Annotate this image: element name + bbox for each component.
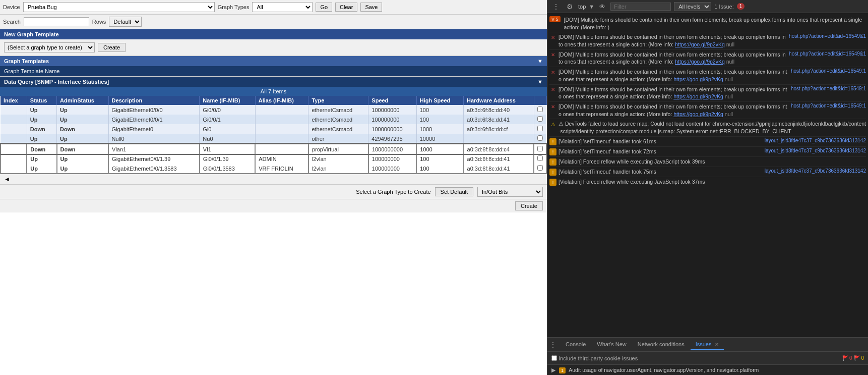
- row-checkbox[interactable]: [537, 106, 543, 112]
- final-create-button[interactable]: Create: [515, 201, 543, 210]
- msg-source[interactable]: host.php?action=edit&id=16549&1: [789, 33, 866, 39]
- cell-checkbox[interactable]: [534, 164, 546, 174]
- row-checkbox[interactable]: [537, 146, 543, 151]
- audit-badge: 1: [559, 367, 566, 373]
- create-graph-button[interactable]: Create: [98, 43, 126, 52]
- third-party-cookie-checkbox[interactable]: [551, 355, 557, 361]
- device-select[interactable]: Prueba Bug: [23, 2, 215, 12]
- cell-description: GigabitEthernet0/0/1.3583: [108, 164, 200, 174]
- cell-checkbox[interactable]: [534, 134, 546, 144]
- msg-link[interactable]: https://goo.gl/9p2vKq: [675, 41, 725, 47]
- msg-source[interactable]: layout_jsld3fde47c37_c9bc7363636fd313142: [765, 138, 866, 143]
- cell-alias: [255, 124, 308, 134]
- devtools-tabs-menu[interactable]: ⋮: [549, 341, 556, 349]
- search-input[interactable]: [24, 17, 89, 26]
- save-button[interactable]: Save: [360, 3, 382, 12]
- left-arrow-icon[interactable]: ◄: [4, 176, 10, 183]
- search-row: Search Rows Default: [0, 15, 547, 29]
- bottom-create-row: Select a Graph Type to Create Set Defaul…: [0, 184, 547, 199]
- cell-checkbox[interactable]: [534, 144, 546, 154]
- devtools-menu-btn[interactable]: ⋮: [550, 2, 562, 12]
- graph-types-select[interactable]: All: [252, 2, 313, 12]
- row-checkbox[interactable]: [537, 126, 543, 131]
- cell-speed: 100000000: [368, 115, 416, 124]
- msg-source[interactable]: host.php?action=edit&id=16549:1: [791, 68, 866, 74]
- col-high-speed: High Speed: [416, 96, 463, 105]
- tab-issues[interactable]: Issues ✕: [691, 339, 724, 350]
- issues-count-badge: 1 Issue:: [714, 4, 734, 10]
- msg-null: null: [725, 93, 733, 99]
- msg-link[interactable]: https://goo.gl/9p2vKq: [673, 111, 723, 117]
- msg-source[interactable]: host.php?action=edit&id=16549:1: [791, 86, 866, 91]
- graph-type-create-select[interactable]: In/Out Bits: [477, 187, 543, 197]
- table-header-row: Index Status AdminStatus Description Nam…: [1, 96, 546, 105]
- cell-speed: 100000000: [368, 105, 416, 115]
- devtools-levels-select[interactable]: All levels: [674, 2, 711, 11]
- data-table-wrapper: Index Status AdminStatus Description Nam…: [0, 96, 547, 174]
- cell-high-speed: 100: [416, 154, 463, 164]
- graph-templates-toggle[interactable]: ▼: [537, 58, 543, 64]
- cell-index: [1, 105, 27, 115]
- graph-type-select[interactable]: (Select a graph type to create): [4, 42, 95, 52]
- msg-link[interactable]: https://goo.gl/9p2vKq: [673, 76, 723, 82]
- cell-description: GigabitEthernet0/0/1: [108, 115, 200, 124]
- msg-text: [DOM] Multiple forms should be contained…: [559, 34, 786, 47]
- msg-link[interactable]: https://goo.gl/9p2vKq: [675, 59, 725, 65]
- cell-checkbox[interactable]: [534, 105, 546, 115]
- msg-source[interactable]: host.php?action=edit&id=16549:1: [791, 103, 866, 109]
- devtools-filter-input[interactable]: [610, 3, 671, 11]
- clear-button[interactable]: Clear: [335, 3, 357, 12]
- tab-whats-new[interactable]: What's New: [592, 339, 631, 350]
- msg-source[interactable]: layout_jsld3fde47c37_c9bc7363636fd313142: [765, 168, 866, 174]
- violation-icon: !: [549, 148, 556, 155]
- cell-status: Up: [27, 134, 56, 144]
- cell-speed: 100000000: [368, 154, 416, 164]
- select-graph-label: Select a Graph Type to Create: [356, 189, 430, 195]
- cell-high-speed: 10000: [416, 134, 463, 144]
- audit-text: Audit usage of navigator.userAgent, navi…: [569, 367, 759, 373]
- audit-expand-icon[interactable]: ▶: [551, 367, 555, 373]
- tab-console[interactable]: Console: [561, 339, 591, 350]
- cell-index: [1, 154, 27, 164]
- graph-types-label: Graph Types: [218, 4, 250, 10]
- cell-hw-addr: a0:3d:6f:8c:dd:c4: [464, 144, 534, 154]
- row-checkbox[interactable]: [537, 135, 543, 141]
- tab-network-conditions[interactable]: Network conditions: [633, 339, 690, 350]
- devtools-issues-bar: Include third-party cookie issues 🚩 0 🚩 …: [547, 351, 868, 364]
- data-query-toggle[interactable]: ▼: [537, 79, 543, 85]
- row-checkbox[interactable]: [537, 155, 543, 161]
- devtools-message: ![Violation] Forced reflow while executi…: [549, 157, 866, 167]
- table-row: Up Up GigabitEthernet0/0/1 Gi0/0/1 ether…: [1, 115, 546, 124]
- new-graph-template-controls: (Select a graph type to create) Create: [0, 39, 547, 56]
- set-default-button[interactable]: Set Default: [435, 187, 473, 196]
- rows-select[interactable]: Default: [109, 17, 142, 27]
- cell-checkbox[interactable]: [534, 154, 546, 164]
- warning-icon: ⚠: [549, 121, 556, 128]
- go-button[interactable]: Go: [316, 3, 332, 12]
- msg-link[interactable]: https://goo.gl/9p2vKq: [673, 93, 723, 99]
- cell-hw-addr: a0:3d:6f:8c:dd:cf: [464, 124, 534, 134]
- devtools-settings-btn[interactable]: ⚙: [565, 2, 575, 12]
- cell-high-speed: 1000: [416, 144, 463, 154]
- data-query-header: Data Query [SNMP - Interface Statistics]…: [0, 77, 547, 87]
- row-checkbox[interactable]: [537, 116, 543, 122]
- error-icon: ✕: [549, 103, 556, 111]
- msg-source[interactable]: host.php?action=edit&id=16549&1: [789, 51, 866, 57]
- issue-badge: 1: [737, 3, 745, 10]
- tab-issues-close[interactable]: ✕: [715, 342, 719, 347]
- cell-alias: [255, 134, 308, 144]
- msg-source[interactable]: layout_jsld3fde47c37_c9bc7363636fd313142: [765, 148, 866, 153]
- graph-templates-section: Graph Templates ▼ Graph Template Name: [0, 56, 547, 77]
- cell-alias: [255, 105, 308, 115]
- msg-null: null: [725, 111, 733, 117]
- table-row: Up Up GigabitEthernet0/0/1.3583 Gi0/0/1.…: [1, 164, 546, 174]
- cell-index: [1, 164, 27, 174]
- row-checkbox[interactable]: [537, 165, 543, 171]
- table-row: Down Down Vlan1 Vl1 propVirtual 10000000…: [1, 144, 546, 154]
- cell-checkbox[interactable]: [534, 115, 546, 124]
- cell-name: Gi0/0/0: [200, 105, 255, 115]
- eye-icon[interactable]: 👁: [597, 2, 607, 11]
- cell-checkbox[interactable]: [534, 124, 546, 134]
- msg-body: [Violation] 'setTimeout' handler took 75…: [559, 168, 763, 176]
- top-label: top: [578, 4, 586, 10]
